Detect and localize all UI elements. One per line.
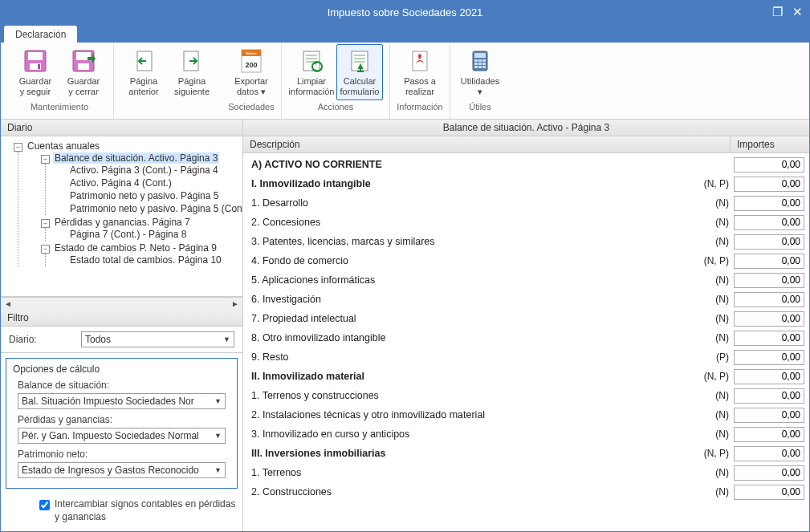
tree-node[interactable]: Activo. Página 4 (Cont.) (55, 177, 242, 189)
tree-root[interactable]: −Cuentas anuales −Balance de situación. … (1, 140, 242, 268)
tree-node[interactable]: Patrimonio neto y pasivo. Página 5 (55, 189, 242, 202)
tree-hscroll[interactable]: ◄► (1, 297, 242, 310)
pasos-realizar-button[interactable]: Pasos a realizar (397, 44, 443, 100)
ribbon-group-label: Útiles (469, 100, 491, 114)
row-tag: (N) (702, 332, 734, 343)
svg-rect-6 (78, 63, 89, 70)
amount-input[interactable] (734, 331, 804, 346)
intercambiar-check-row[interactable]: Intercambiar signos contables en pérdida… (1, 493, 242, 525)
guardar-cerrar-button[interactable]: Guardar y cerrar (60, 44, 107, 100)
svg-rect-30 (482, 63, 486, 65)
balance-label: Balance de situación: (13, 380, 230, 391)
row-desc: II. Inmovilizado material (248, 371, 702, 382)
amount-input[interactable] (734, 465, 804, 481)
amount-input[interactable] (734, 427, 804, 442)
exportar-datos-button[interactable]: 200Modelo Exportar datos ▾ (228, 44, 275, 100)
grid-body[interactable]: A) ACTIVO NO CORRIENTEI. Inmovilizado in… (243, 153, 809, 531)
row-tag: (N) (702, 486, 734, 497)
amount-input[interactable] (734, 311, 804, 327)
amount-input[interactable] (734, 388, 804, 404)
amount-input[interactable] (734, 273, 804, 288)
ribbon-group-sociedades: 200Modelo Exportar datos ▾ Sociedades (222, 44, 282, 119)
row-desc: 8. Otro inmovilizado intangible (248, 332, 702, 343)
ribbon-group-mantenimiento: Guardar y seguir Guardar y cerrar Manten… (6, 44, 114, 119)
collapse-icon[interactable]: − (41, 245, 50, 254)
pdf-icon (406, 47, 433, 75)
ribbon-group-label: Sociedades (228, 100, 275, 114)
tree-node[interactable]: Página 7 (Cont.) - Página 8 (55, 228, 242, 241)
ribbon-label: Limpiar información (289, 76, 335, 97)
svg-rect-28 (474, 63, 478, 65)
svg-rect-32 (478, 66, 482, 68)
row-tag: (N, P) (702, 255, 734, 266)
utilidades-button[interactable]: Utilidades ▾ (457, 44, 503, 100)
row-desc: 1. Terrenos (248, 467, 702, 478)
row-tag: (P) (702, 351, 734, 363)
tree-node[interactable]: Activo. Página 3 (Cont.) - Página 4 (55, 164, 242, 177)
pagina-anterior-button[interactable]: Página anterior (120, 44, 167, 100)
row-desc: 3. Inmovilizado en curso y anticipos (248, 428, 702, 440)
col-imp-header: Importes (731, 136, 809, 152)
table-row: 1. Terrenos(N) (243, 463, 809, 482)
scroll-left-icon[interactable]: ◄ (4, 299, 12, 308)
dropdown-value: Bal. Situación Impuesto Sociedades Nor (22, 396, 194, 407)
close-icon[interactable]: ✕ (792, 5, 803, 19)
tree-node[interactable]: −Estado de cambios P. Neto - Página 9 Es… (28, 242, 242, 267)
maximize-icon[interactable]: ❐ (772, 5, 783, 19)
collapse-icon[interactable]: − (41, 155, 50, 164)
pn-dropdown[interactable]: Estado de Ingresos y Gastos Reconocido ▼ (18, 462, 226, 478)
filtro-header: Filtro (1, 310, 242, 327)
diario-dropdown[interactable]: Todos ▼ (81, 331, 234, 347)
row-desc: A) ACTIVO NO CORRIENTE (248, 159, 702, 170)
amount-input[interactable] (734, 215, 804, 230)
tree-node[interactable]: −Balance de situación. Activo. Página 3 … (28, 152, 242, 216)
scroll-right-icon[interactable]: ► (231, 299, 239, 308)
row-tag: (N) (702, 313, 734, 324)
table-row: 6. Investigación(N) (243, 290, 809, 309)
tab-declaracion[interactable]: Declaración (4, 26, 77, 43)
amount-input[interactable] (734, 446, 804, 461)
tree[interactable]: −Cuentas anuales −Balance de situación. … (1, 136, 242, 296)
amount-input[interactable] (734, 408, 804, 423)
amount-input[interactable] (734, 196, 804, 211)
amount-input[interactable] (734, 350, 804, 365)
save-disk-arrow-icon (70, 47, 97, 75)
amount-input[interactable] (734, 292, 804, 307)
tree-node[interactable]: Estado total de cambios. Página 10 (55, 254, 242, 266)
guardar-seguir-button[interactable]: Guardar y seguir (12, 44, 59, 100)
pyg-dropdown[interactable]: Pér. y Gan. Impuesto Sociedades Normal ▼ (18, 428, 226, 444)
row-desc: I. Inmovilizado intangible (248, 178, 702, 189)
ribbon-label: Utilidades ▾ (461, 76, 499, 97)
ribbon-label: Página anterior (128, 76, 158, 97)
intercambiar-checkbox[interactable] (39, 500, 50, 510)
amount-input[interactable] (734, 254, 804, 269)
row-tag: (N) (702, 467, 734, 478)
table-row: 1. Terrenos y construcciones(N) (243, 386, 809, 405)
collapse-icon[interactable]: − (14, 143, 22, 152)
row-tag: (N, P) (702, 448, 734, 459)
table-row: 4. Fondo de comercio(N, P) (243, 251, 809, 270)
row-tag: (N) (702, 390, 734, 401)
amount-input[interactable] (734, 157, 804, 173)
table-row: 7. Propiedad intelectual(N) (243, 309, 809, 328)
export-200-icon: 200Modelo (238, 47, 265, 75)
row-desc: 3. Patentes, licencias, marcas y similar… (248, 236, 702, 247)
amount-input[interactable] (734, 177, 804, 192)
table-row: 3. Patentes, licencias, marcas y similar… (243, 232, 809, 251)
collapse-icon[interactable]: − (41, 219, 50, 228)
titlebar: Impuesto sobre Sociedades 2021 ❐ ✕ (1, 1, 809, 23)
limpiar-informacion-button[interactable]: Limpiar información (288, 44, 335, 100)
row-desc: 1. Desarrollo (248, 197, 702, 209)
tree-node[interactable]: −Pérdidas y ganancias. Página 7 Página 7… (28, 216, 242, 242)
calcular-formulario-button[interactable]: Calcular formulario (336, 44, 383, 100)
row-tag: (N) (702, 294, 734, 305)
balance-dropdown[interactable]: Bal. Situación Impuesto Sociedades Nor ▼ (18, 393, 226, 409)
amount-input[interactable] (734, 485, 804, 500)
row-desc: 2. Concesiones (248, 217, 702, 228)
tree-node[interactable]: Patrimonio neto y pasivo. Página 5 (Cont… (55, 202, 242, 215)
pagina-siguiente-button[interactable]: Página siguiente (169, 44, 215, 100)
ribbon-label: Exportar datos ▾ (234, 76, 268, 97)
row-desc: 6. Investigación (248, 294, 702, 305)
amount-input[interactable] (734, 234, 804, 250)
amount-input[interactable] (734, 369, 804, 384)
